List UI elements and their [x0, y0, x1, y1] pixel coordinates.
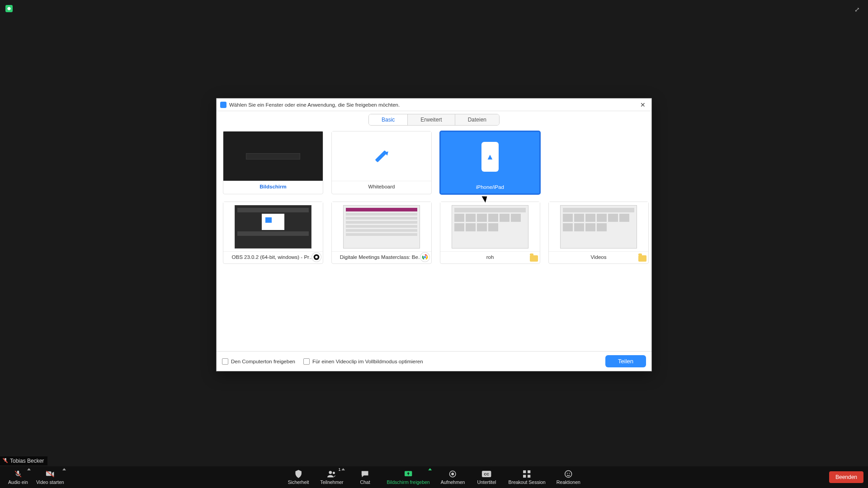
security-button[interactable]: Sicherheit	[285, 466, 312, 488]
thumbnail	[223, 131, 323, 181]
record-button[interactable]: Aufnehmen	[438, 466, 468, 488]
microphone-icon	[13, 469, 23, 479]
thumbnail	[440, 202, 540, 252]
svg-point-18	[315, 256, 318, 258]
obs-icon	[312, 253, 321, 262]
share-option-chrome[interactable]: Digitale Meetings Masterclass: Be…	[331, 202, 432, 264]
chat-button[interactable]: Chat	[352, 466, 379, 488]
reactions-button[interactable]: Reaktionen	[554, 466, 583, 488]
share-confirm-button[interactable]: Teilen	[605, 355, 646, 367]
folder-icon	[638, 255, 646, 262]
svg-rect-12	[523, 475, 526, 478]
smile-icon	[563, 469, 573, 479]
svg-point-7	[452, 473, 454, 475]
svg-point-4	[333, 472, 335, 474]
share-icon	[403, 469, 413, 479]
share-screen-dialog: Wählen Sie ein Fenster oder eine Anwendu…	[216, 98, 652, 371]
share-option-screen[interactable]: Bildschirm	[223, 131, 323, 194]
thumbnail: ▲	[441, 132, 539, 182]
dialog-title: Wählen Sie ein Fenster oder eine Anwendu…	[229, 102, 400, 108]
share-option-iphone-ipad[interactable]: ▲ iPhone/iPad	[440, 131, 540, 194]
share-screen-button[interactable]: Bildschirm freigeben	[384, 466, 433, 488]
thumbnail	[332, 202, 431, 252]
chevron-up-icon[interactable]	[342, 468, 345, 470]
tab-advanced[interactable]: Erweitert	[407, 114, 454, 125]
shield-icon	[293, 469, 303, 479]
tab-basic[interactable]: Basic	[369, 114, 407, 125]
encryption-badge[interactable]	[5, 5, 13, 12]
captions-button[interactable]: CC Untertitel	[473, 466, 500, 488]
zoom-icon	[220, 102, 226, 108]
share-tabs: Basic Erweitert Dateien	[368, 114, 500, 126]
svg-point-15	[567, 473, 568, 474]
dialog-titlebar: Wählen Sie ein Fenster oder eine Anwendu…	[217, 99, 651, 111]
folder-icon	[530, 255, 538, 262]
thumbnail	[549, 202, 648, 252]
svg-text:CC: CC	[484, 472, 490, 476]
grid-icon	[522, 469, 532, 479]
video-button[interactable]: Video starten	[33, 466, 67, 488]
svg-point-14	[565, 471, 572, 478]
people-icon	[327, 469, 337, 479]
svg-rect-10	[523, 470, 526, 473]
checkbox-share-audio[interactable]: Den Computerton freigeben	[222, 358, 295, 365]
breakout-button[interactable]: Breakout Session	[505, 466, 548, 488]
camera-icon	[45, 469, 55, 479]
checkbox-optimize-video[interactable]: Für einen Videoclip im Vollbildmodus opt…	[303, 358, 423, 365]
participants-button[interactable]: 1 Teilnehmer	[317, 466, 346, 488]
svg-rect-1	[46, 471, 52, 476]
meeting-toolbar: Audio ein Video starten Sicherheit 1 Tei…	[0, 466, 868, 488]
share-options-grid: Bildschirm Whiteboard ▲ iPhone/iPad	[223, 131, 645, 264]
svg-point-3	[329, 471, 332, 474]
checkbox-icon	[303, 358, 310, 365]
end-meeting-button[interactable]: Beenden	[829, 471, 863, 483]
tab-files[interactable]: Dateien	[455, 114, 499, 125]
cc-icon: CC	[481, 469, 491, 479]
chevron-up-icon[interactable]	[62, 468, 66, 470]
svg-rect-13	[528, 475, 530, 478]
share-option-whiteboard[interactable]: Whiteboard	[331, 131, 432, 194]
exit-fullscreen-icon[interactable]: ⤢	[854, 6, 862, 14]
share-option-folder-roh[interactable]: roh	[440, 202, 540, 264]
thumbnail	[223, 202, 323, 252]
svg-rect-11	[528, 470, 530, 473]
share-option-folder-videos[interactable]: Videos	[548, 202, 649, 264]
checkbox-icon	[222, 358, 228, 365]
svg-point-16	[569, 473, 570, 474]
participants-count: 1	[339, 467, 341, 472]
mute-button[interactable]: Audio ein	[5, 466, 32, 488]
dialog-footer: Den Computerton freigeben Für einen Vide…	[217, 351, 651, 371]
mic-muted-icon	[3, 458, 8, 464]
chat-icon	[360, 469, 370, 479]
chevron-up-icon[interactable]	[27, 468, 31, 470]
record-icon	[448, 469, 458, 479]
close-button[interactable]: ✕	[638, 100, 648, 110]
airplay-icon: ▲	[486, 152, 494, 162]
share-option-obs[interactable]: OBS 23.0.2 (64-bit, windows) - Pr…	[223, 202, 323, 264]
chrome-icon	[420, 253, 429, 262]
participant-name: Tobias Becker	[10, 458, 44, 464]
phone-icon: ▲	[481, 142, 499, 172]
chevron-up-icon[interactable]	[428, 468, 432, 470]
thumbnail	[332, 131, 431, 181]
participant-label: Tobias Becker	[0, 456, 47, 465]
